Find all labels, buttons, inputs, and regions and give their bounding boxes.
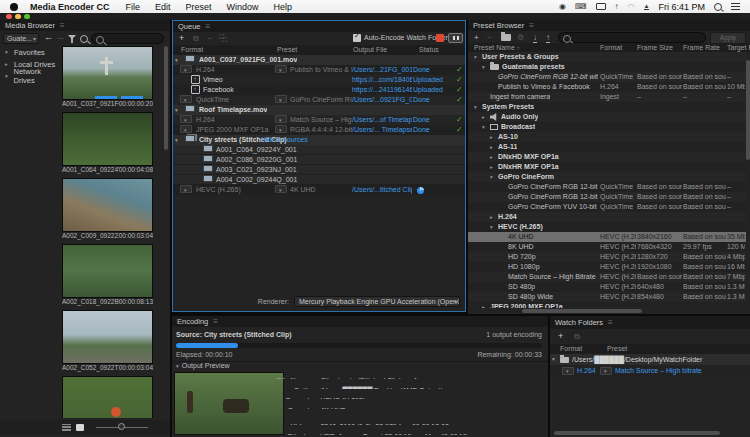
preset-row[interactable]: GoPro CineForm RGB 12-bit with alpha Qui… — [468, 182, 746, 192]
preset-name[interactable]: GoPro CineForm YUV 10-bit — [508, 202, 597, 212]
preset-dropdown-icon[interactable] — [275, 125, 287, 133]
format-dropdown-icon[interactable] — [180, 65, 192, 73]
preset-row[interactable]: ▾ Guatemala presets — [468, 62, 746, 72]
chevron-down-icon[interactable]: ▾ — [175, 135, 178, 145]
chevron-icon[interactable]: ▾ — [474, 102, 482, 112]
preset-row[interactable]: HD 1080p HEVC (H.265) 1920x1080 Based on… — [468, 262, 746, 272]
preset-row[interactable]: ▸ DNxHD MXF OP1a — [468, 152, 746, 162]
zoom-search-icon[interactable] — [80, 35, 88, 43]
media-browser-scrollbar[interactable] — [164, 46, 168, 150]
preset-name[interactable]: DNxHD MXF OP1a — [498, 152, 559, 162]
media-clip[interactable] — [62, 376, 153, 418]
panel-menu-icon[interactable] — [608, 318, 613, 327]
chevron-icon[interactable]: ▾ — [490, 222, 498, 232]
preset-row[interactable]: HD 720p HEVC (H.265) 1280x720 Based on s… — [468, 252, 746, 262]
preset-name[interactable]: AS-10 — [498, 132, 518, 142]
apple-logo-icon[interactable] — [10, 3, 18, 11]
menu-item[interactable]: Preset — [186, 2, 212, 12]
preset-name[interactable]: DNxHR MXF OP1a — [498, 162, 559, 172]
preset-dropdown-icon[interactable] — [600, 367, 612, 375]
back-icon[interactable] — [44, 32, 53, 42]
chevron-icon[interactable]: ▸ — [490, 132, 498, 142]
preset-browser-vscrollbar[interactable] — [746, 60, 750, 160]
chevron-icon[interactable]: ▾ — [482, 122, 490, 132]
row-format[interactable]: H.264 — [196, 115, 272, 125]
row-preset[interactable]: 4K UHD — [290, 185, 352, 195]
preset-row[interactable]: GoPro CineForm RGB 12-bit with alpha... … — [468, 192, 746, 202]
queue-row[interactable]: ▾ QuickTime GoPro CineForm RGB 12... /Us… — [173, 95, 465, 105]
new-group-icon[interactable] — [501, 34, 511, 41]
preset-name[interactable]: 4K UHD — [508, 232, 534, 242]
preset-row[interactable]: 8K UHD HEVC (H.265) 7680x4320 29.97 fps … — [468, 242, 746, 252]
queue-row[interactable]: ▾ JPEG 2000 MXF OP1a RGBA 4:4:4:4 12-bit… — [173, 125, 465, 135]
row-output-file[interactable]: /Users/... Timelapse_1.mxf — [352, 125, 412, 135]
preset-dropdown-icon[interactable] — [275, 95, 287, 103]
preset-name[interactable]: System Presets — [482, 102, 534, 112]
copy-icon[interactable] — [219, 32, 227, 45]
media-clip[interactable]: A002_C009_092221_... 00:00:03:04 — [62, 178, 153, 244]
row-output-file[interactable]: /Users/...titched Clip).mp4 — [352, 185, 412, 195]
queue-row[interactable]: ▾ A001_C064_09224Y_001 — [173, 145, 465, 155]
import-preset-icon[interactable] — [533, 33, 537, 43]
tab-queue[interactable]: Queue — [178, 22, 201, 31]
preset-row[interactable]: Publish to Vimeo & Facebook H.264 Based … — [468, 82, 746, 92]
export-preset-icon[interactable] — [546, 33, 550, 43]
tree-item[interactable]: ▾ Favorites — [0, 46, 60, 58]
clip-thumbnail[interactable] — [62, 46, 153, 100]
zoom-slider-knob[interactable] — [118, 423, 125, 430]
chevron-icon[interactable]: ▸ — [482, 302, 490, 308]
preset-row[interactable]: ▾ GoPro CineForm — [468, 172, 746, 182]
preset-row[interactable]: ▸ H.264 — [468, 212, 746, 222]
thumbnail-view-icon[interactable] — [76, 424, 84, 431]
row-output-file[interactable]: https://...24119614602283 — [352, 85, 412, 95]
clip-thumbnail[interactable] — [62, 244, 153, 298]
chevron-down-icon[interactable] — [176, 362, 179, 369]
remove-icon[interactable] — [207, 32, 212, 44]
preset-settings-icon[interactable] — [517, 33, 524, 42]
queue-row[interactable]: ▾ A003_C021_0923NJ_001 — [173, 165, 465, 175]
preset-name[interactable]: AS-11 — [498, 142, 517, 152]
preset-name[interactable]: User Presets & Groups — [482, 52, 559, 62]
zoom-button[interactable] — [24, 14, 30, 20]
renderer-dropdown[interactable]: Mercury Playback Engine GPU Acceleration… — [294, 296, 460, 307]
queue-row[interactable]: ▾ City streets (Stitched Clip) Hide 4 so… — [173, 135, 465, 145]
preset-row[interactable]: ▾ HEVC (H.265) — [468, 222, 746, 232]
format-dropdown-icon[interactable] — [180, 115, 192, 123]
preset-browser-hscrollbar[interactable] — [522, 309, 642, 313]
keyboard-icon[interactable]: ⌨ — [575, 0, 587, 13]
preset-name[interactable]: Ingest from camera — [490, 92, 550, 102]
menu-item[interactable]: Help — [274, 2, 293, 12]
media-clip[interactable]: A001_C064_09224Y_... 00:00:04:08 — [62, 112, 153, 178]
row-output-file[interactable]: /Users/...0921FG_001.mov — [352, 95, 412, 105]
tree-item[interactable]: ▾ Network Drives — [0, 70, 60, 82]
watch-folder-preset[interactable]: Match Source – High bitrate — [615, 365, 748, 376]
queue-row[interactable]: ▾ H.264 Match Source – High bitr... /Use… — [173, 115, 465, 125]
menu-item[interactable]: File — [126, 2, 141, 12]
preset-row[interactable]: SD 480p HEVC (H.265) 640x480 Based on so… — [468, 282, 746, 292]
format-dropdown-icon[interactable] — [180, 95, 192, 103]
format-dropdown-icon[interactable] — [180, 185, 192, 193]
preset-row[interactable]: SD 480p Wide HEVC (H.265) 854x480 Based … — [468, 292, 746, 302]
row-preset[interactable]: Match Source – High bitr... — [290, 115, 352, 125]
queue-row[interactable]: ▾ Facebook https://...24119614602283 Upl… — [173, 85, 465, 95]
preset-name[interactable]: H.264 — [498, 212, 517, 222]
preset-row[interactable]: Ingest from camera Ingest – – – — [468, 92, 746, 102]
media-clip[interactable]: A002_C052_0922T7_... 00:00:03:04 — [62, 310, 153, 376]
stop-queue-button[interactable] — [436, 34, 444, 42]
list-view-icon[interactable] — [62, 424, 71, 431]
preset-name[interactable]: HEVC (H.265) — [498, 222, 543, 232]
chevron-icon[interactable]: ▾ — [5, 73, 10, 79]
panel-menu-icon[interactable] — [529, 21, 534, 30]
notification-center-icon[interactable] — [731, 3, 740, 10]
arrow-up-icon[interactable]: ↑ — [615, 0, 619, 13]
chevron-icon[interactable]: ▾ — [474, 52, 482, 62]
queue-row[interactable]: ▾ H.264 Publish to Vimeo & Face... /User… — [173, 65, 465, 75]
watch-folder-output-row[interactable]: H.264 Match Source – High bitrate — [550, 365, 750, 376]
preset-name[interactable]: SD 480p Wide — [508, 292, 553, 302]
preset-name[interactable]: GoPro CineForm RGB 12-bit with alpha... — [508, 192, 598, 202]
row-preset[interactable]: RGBA 4:4:4:4 12-bit (BC... — [290, 125, 352, 135]
tab-watch-folders[interactable]: Watch Folders — [555, 318, 603, 327]
chevron-icon[interactable]: ▸ — [482, 112, 490, 122]
preset-name[interactable]: Publish to Vimeo & Facebook — [498, 82, 590, 92]
filter-icon[interactable] — [68, 35, 76, 43]
